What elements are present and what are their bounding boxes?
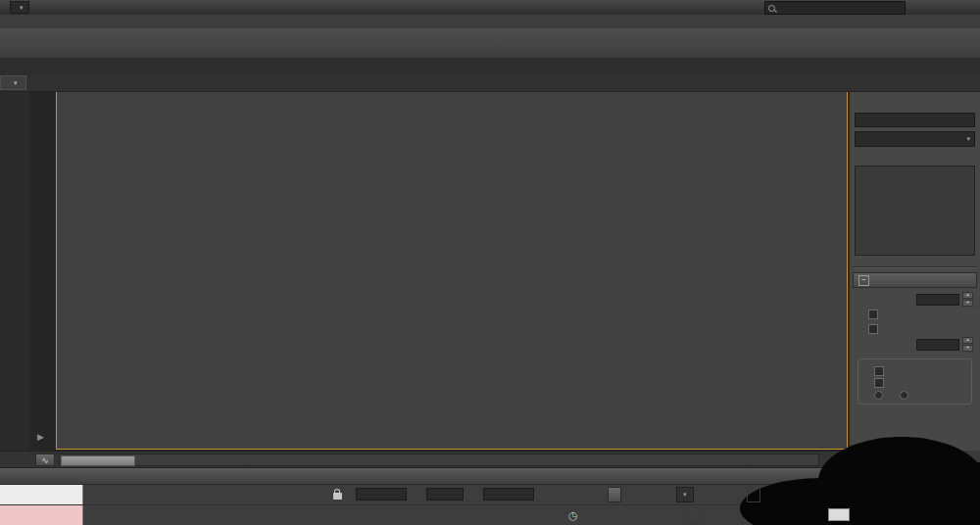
- 3ds-max-window: ▶ − ▲▼: [0, 0, 980, 525]
- collapse-icon: −: [858, 275, 869, 286]
- command-panel-tabs: [850, 91, 980, 110]
- expand-arrow-icon[interactable]: ▶: [37, 432, 44, 442]
- modifier-list-dropdown[interactable]: [855, 131, 975, 147]
- search-box[interactable]: [764, 1, 906, 15]
- time-slider-track[interactable]: [59, 453, 819, 466]
- maxscript-listener-line[interactable]: [0, 485, 83, 504]
- degrees-field[interactable]: [916, 294, 959, 306]
- mini-curve-editor-icon[interactable]: ∿: [35, 453, 55, 466]
- x-field[interactable]: [356, 488, 407, 501]
- time-slider-bar: ∿: [0, 451, 849, 468]
- titlebar: [0, 0, 980, 15]
- coordinate-y: [423, 488, 464, 501]
- coordinate-x: [353, 488, 407, 501]
- parameters-rollout: − ▲▼: [853, 272, 977, 405]
- maxscript-mini-listener[interactable]: [0, 505, 83, 525]
- menubar: [0, 15, 980, 29]
- search-input[interactable]: [778, 2, 902, 14]
- viewport-front[interactable]: [56, 91, 848, 450]
- auto-key-button[interactable]: [608, 487, 621, 502]
- viewport-canvas: [57, 92, 847, 449]
- selected-objects-dropdown[interactable]: [676, 487, 694, 502]
- z-field[interactable]: [483, 488, 534, 501]
- time-slider-handle[interactable]: [61, 455, 135, 466]
- main-area: ▶ − ▲▼: [0, 91, 980, 451]
- segments-spinner[interactable]: ▲▼: [962, 337, 973, 352]
- clock-icon: ◷: [568, 505, 578, 525]
- window-title: [245, 0, 735, 15]
- ribbon-panelbar: [0, 74, 980, 92]
- flip-normals-checkbox[interactable]: [868, 324, 878, 334]
- morph-radio[interactable]: [874, 391, 883, 400]
- set-key-button[interactable]: [686, 507, 700, 523]
- degrees-spinner[interactable]: ▲▼: [962, 292, 973, 307]
- grid-radio[interactable]: [900, 391, 908, 400]
- current-frame-field[interactable]: [828, 508, 850, 521]
- coordinate-z: [480, 488, 534, 501]
- segments-field[interactable]: [916, 339, 959, 351]
- search-icon: [768, 5, 775, 12]
- key-filters-button[interactable]: [747, 487, 760, 502]
- modifier-stack: [855, 166, 975, 256]
- ribbon-tabs: [0, 58, 980, 74]
- command-panel: − ▲▼: [849, 91, 980, 451]
- object-name-field[interactable]: [855, 113, 975, 127]
- selection-lock-icon[interactable]: [333, 493, 342, 500]
- panel-divider: [853, 266, 977, 268]
- parameters-rollout-header[interactable]: −: [853, 272, 977, 288]
- cap-group: [858, 358, 972, 405]
- main-toolbar: [0, 28, 980, 59]
- polygon-modeling-panel[interactable]: [0, 75, 26, 90]
- side-toolbar: [0, 91, 29, 451]
- track-bar[interactable]: [0, 467, 849, 485]
- y-field[interactable]: [426, 488, 464, 501]
- weld-core-checkbox[interactable]: [868, 310, 878, 319]
- viewport-navigation: [906, 484, 980, 525]
- cap-end-checkbox[interactable]: [874, 378, 884, 388]
- cap-start-checkbox[interactable]: [874, 366, 884, 376]
- workspace-dropdown[interactable]: [10, 1, 29, 14]
